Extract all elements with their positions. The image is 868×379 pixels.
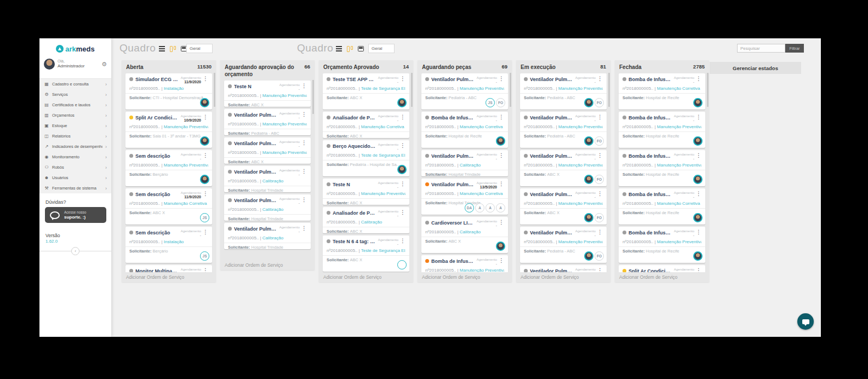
kanban-view-icon[interactable]: [346, 45, 353, 52]
kebab-menu-icon[interactable]: ⋮: [696, 191, 701, 197]
os-card[interactable]: Monitor Multiparamét...Agendamento-⋮nº20…: [125, 265, 212, 272]
kebab-menu-icon[interactable]: ⋮: [400, 114, 406, 120]
service-type-link[interactable]: Teste de Segurança El...: [361, 86, 406, 91]
os-card[interactable]: Ventilador Pulmonar ...Agendamento-⋮nº20…: [224, 109, 311, 135]
add-order-button[interactable]: Adicionar Ordem de Serviço: [122, 272, 216, 282]
kebab-menu-icon[interactable]: ⋮: [696, 76, 701, 82]
service-type-link[interactable]: Manutenção Corretiva: [460, 124, 503, 129]
service-type-link[interactable]: Manutenção Preventiva: [657, 124, 701, 129]
os-card[interactable]: Ventilador Pulmonar ...Agendamento-⋮nº20…: [520, 150, 607, 186]
kebab-menu-icon[interactable]: ⋮: [400, 238, 406, 244]
sidebar-item-cadastro-e-consulta[interactable]: ▦Cadastro e consulta›: [39, 79, 111, 89]
os-card[interactable]: Bomba de Infusão Sam...Agendamento-⋮nº20…: [619, 227, 705, 263]
os-card[interactable]: Bomba de Infusão Sam...Agendamento-⋮nº20…: [421, 255, 508, 272]
sidebar-item-ferramentas-de-sistema[interactable]: ⚒Ferramentas de sistema›: [39, 183, 111, 193]
gear-icon[interactable]: ⚙: [101, 61, 107, 68]
os-card[interactable]: Simulador ECG Dixtal...Agendamento11/9/2…: [125, 73, 212, 110]
service-type-link[interactable]: Manutenção Preventiva: [558, 239, 603, 244]
add-order-button[interactable]: Adicionar Ordem de Serviço: [615, 272, 709, 282]
service-type-link[interactable]: Manutenção Preventiva: [262, 150, 307, 155]
calendar-view-icon[interactable]: [357, 45, 364, 52]
add-order-button[interactable]: Adicionar Ordem de Serviço: [516, 272, 610, 282]
kebab-menu-icon[interactable]: ⋮: [301, 140, 307, 146]
service-type-link[interactable]: Calibração: [262, 207, 283, 212]
column-scrollbar[interactable]: [411, 73, 413, 107]
service-type-link[interactable]: Teste de Segurança El...: [361, 153, 406, 158]
kebab-menu-icon[interactable]: ⋮: [400, 181, 406, 187]
sidebar-collapse-toggle[interactable]: ‹: [71, 247, 79, 255]
os-card[interactable]: Bomba de Infusão Sam...Agendamento-⋮nº20…: [619, 73, 705, 110]
service-type-link[interactable]: Teste de Segurança El...: [361, 248, 406, 253]
kebab-menu-icon[interactable]: ⋮: [499, 76, 504, 82]
service-type-link[interactable]: Manutenção Preventiva: [164, 124, 208, 129]
os-card[interactable]: Ventilador Pulmonar ...Agendamento-⋮nº20…: [224, 223, 311, 249]
kebab-menu-icon[interactable]: ⋮: [301, 169, 307, 174]
column-scrollbar[interactable]: [707, 73, 709, 107]
os-card[interactable]: Sem descriçãoAgendamento-⋮nº2018000005..…: [125, 227, 212, 263]
kebab-menu-icon[interactable]: ⋮: [203, 153, 208, 158]
kebab-menu-icon[interactable]: ⋮: [499, 181, 504, 187]
service-type-link[interactable]: Manutenção Preventiva: [558, 124, 603, 129]
service-type-link[interactable]: Manutenção Corretiva: [657, 86, 700, 91]
service-type-link[interactable]: Manutenção Preventiva: [558, 201, 603, 206]
support-button[interactable]: Acesse nosso suporte. :): [45, 207, 106, 223]
service-type-link[interactable]: Instalação: [164, 86, 184, 91]
kebab-menu-icon[interactable]: ⋮: [597, 153, 603, 158]
service-type-link[interactable]: Manutenção Corretiva: [657, 201, 700, 206]
os-card[interactable]: Split Ar Condicionad...Agendamento-⋮nº20…: [619, 265, 705, 272]
kebab-menu-icon[interactable]: ⋮: [203, 268, 208, 272]
os-card[interactable]: Ventilador Pulmonar ...Agendamento-⋮nº20…: [224, 194, 311, 221]
kanban-view-icon[interactable]: [169, 45, 176, 52]
kebab-menu-icon[interactable]: ⋮: [696, 153, 701, 158]
os-card[interactable]: Ventilador Pulmonar ...Agendamento13/5/2…: [421, 179, 508, 215]
os-card[interactable]: Sem descriçãoAgendamento-⋮nº2018000005..…: [125, 150, 212, 186]
sidebar-item-monitoramento[interactable]: ◉Monitoramento›: [39, 152, 111, 162]
os-card[interactable]: Ventilador Pulmonar ...Agendamento-⋮nº20…: [421, 150, 508, 176]
kebab-menu-icon[interactable]: ⋮: [597, 229, 603, 235]
os-card[interactable]: Split Ar Condicionad...Agendamento10/9/2…: [125, 112, 212, 148]
service-type-link[interactable]: Instalação: [164, 239, 184, 244]
column-scrollbar[interactable]: [510, 73, 511, 107]
service-type-link[interactable]: Manutenção Corretiva: [164, 201, 207, 206]
kebab-menu-icon[interactable]: ⋮: [499, 220, 504, 225]
kebab-menu-icon[interactable]: ⋮: [203, 191, 208, 197]
add-order-button[interactable]: Adicionar Ordem de Serviço: [319, 272, 413, 282]
add-order-button[interactable]: Adicionar Ordem de Serviço: [220, 260, 315, 270]
service-type-link[interactable]: Manutenção Preventiva: [657, 239, 701, 244]
os-card[interactable]: Teste NAgendamento-⋮nº2018000005.. | Man…: [323, 179, 409, 205]
kebab-menu-icon[interactable]: ⋮: [597, 191, 603, 197]
column-scrollbar[interactable]: [312, 80, 314, 114]
kebab-menu-icon[interactable]: ⋮: [696, 229, 701, 235]
os-card[interactable]: Bomba de Infusão Sam...Agendamento-⋮nº20…: [619, 150, 705, 186]
os-card[interactable]: Ventilador Pulmonar ...Agendamento-⋮nº20…: [520, 188, 607, 225]
manage-states-button[interactable]: Gerenciar estados: [710, 62, 801, 74]
os-card[interactable]: Ventilador Pulmonar ...Agendamento-⋮nº20…: [520, 227, 607, 263]
sidebar-item-certificados-e-laudos[interactable]: ▤Certificados e laudos›: [39, 100, 111, 110]
os-card[interactable]: Ventilador Pulmonar ...Agendamento-⋮nº20…: [520, 112, 607, 148]
os-card[interactable]: Ventilador Pulmonar ...Agendamento-⋮nº20…: [520, 73, 607, 110]
service-type-link[interactable]: Calibração: [262, 179, 283, 183]
service-type-link[interactable]: Manutenção Preventiva: [558, 163, 603, 168]
os-card[interactable]: Teste TSE APP XX X n...Agendamento-⋮nº20…: [323, 73, 409, 110]
sidebar-item-relatorios[interactable]: ◫Relatórios›: [39, 131, 111, 141]
chat-fab-button[interactable]: [797, 313, 814, 330]
kebab-menu-icon[interactable]: ⋮: [696, 114, 701, 120]
service-type-link[interactable]: Manutenção Corretiva: [460, 191, 503, 196]
kebab-menu-icon[interactable]: ⋮: [696, 268, 701, 272]
column-scrollbar[interactable]: [214, 73, 215, 107]
kebab-menu-icon[interactable]: ⋮: [499, 114, 504, 120]
kebab-menu-icon[interactable]: ⋮: [597, 268, 603, 272]
sidebar-item-indicadores-de-desempenho[interactable]: ↗Indicadores de desempenho›: [39, 141, 111, 152]
service-type-link[interactable]: Calibração: [262, 236, 283, 240]
kebab-menu-icon[interactable]: ⋮: [597, 76, 603, 82]
service-type-link[interactable]: Manutenção Preventiva: [262, 93, 307, 98]
os-card[interactable]: Ventilador Pulmonar ...Agendamento-⋮nº20…: [224, 137, 311, 164]
kebab-menu-icon[interactable]: ⋮: [203, 76, 208, 82]
os-card[interactable]: Bomba de Infusão Sam...Agendamento-⋮nº20…: [619, 188, 705, 225]
filter-button[interactable]: Filtrar: [785, 44, 804, 53]
service-type-link[interactable]: Manutenção Preventiva: [164, 163, 208, 168]
kebab-menu-icon[interactable]: ⋮: [400, 143, 406, 148]
board-filter-select[interactable]: Geral: [186, 44, 213, 53]
service-type-link[interactable]: Manutenção Preventiva: [460, 268, 504, 272]
sidebar-item-estoque[interactable]: ▣Estoque›: [39, 120, 111, 131]
